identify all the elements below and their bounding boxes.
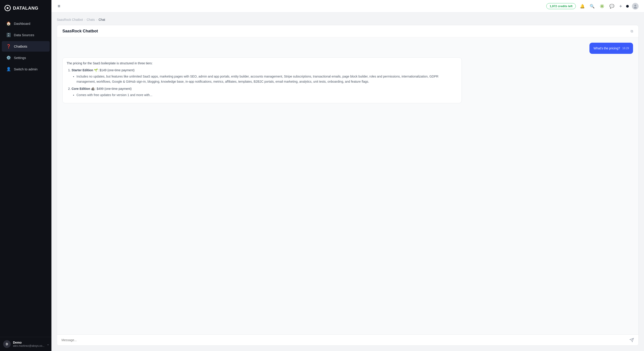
svg-point-0 bbox=[634, 5, 636, 6]
tier-starter-name: Starter Edition 🌱 bbox=[72, 68, 98, 72]
chat-input-area bbox=[57, 335, 638, 346]
pricing-tiers-list: Starter Edition 🌱: $149 (one-time paymen… bbox=[67, 68, 458, 98]
sidebar-item-data-sources[interactable]: 🗄️ Data Sources bbox=[2, 30, 50, 40]
chat-header: SaasRock Chatbot ⧉ bbox=[57, 25, 638, 37]
admin-icon: 👤 bbox=[6, 67, 11, 71]
chat-title: SaasRock Chatbot bbox=[62, 29, 98, 33]
credits-badge: 1,972 credits left bbox=[546, 3, 576, 9]
svg-point-1 bbox=[634, 7, 637, 8]
tier-core-details: Comes with free updates for version 1 an… bbox=[72, 92, 458, 97]
chevron-down-icon: ⌄ bbox=[47, 342, 50, 346]
external-link-icon[interactable]: ⧉ bbox=[630, 29, 633, 33]
database-icon: 🗄️ bbox=[6, 33, 11, 37]
topbar-right: 1,972 credits left 🔔 🔍 ✳️ 💬 + bbox=[546, 2, 639, 10]
sparkles-icon[interactable]: ✳️ bbox=[598, 3, 605, 9]
page-content: SaasRock Chatbot › Chats › Chat SaasRock… bbox=[52, 12, 644, 351]
tier-starter-details: Includes no updates, but features like u… bbox=[72, 74, 458, 84]
breadcrumb-saasrock[interactable]: SaasRock Chatbot bbox=[57, 18, 83, 21]
user-message-time: 16:29 bbox=[622, 46, 629, 50]
tier-core: Core Edition 🪨: $499 (one-time payment) … bbox=[72, 86, 458, 98]
breadcrumb-sep-2: › bbox=[96, 18, 97, 21]
sidebar-item-label: Data Sources bbox=[14, 33, 34, 37]
sidebar-item-chatbots[interactable]: ❓ Chatbots bbox=[2, 41, 50, 52]
bot-message-intro: The pricing for the SaaS boilerplate is … bbox=[67, 61, 458, 66]
chatbot-icon: ❓ bbox=[6, 44, 11, 49]
logo-icon bbox=[4, 5, 11, 11]
message-row: The pricing for the SaaS boilerplate is … bbox=[62, 57, 633, 103]
message-row: What's the pricing? 16:29 bbox=[62, 43, 633, 54]
sidebar-nav: 🏠 Dashboard 🗄️ Data Sources ❓ Chatbots ⚙… bbox=[0, 16, 52, 337]
tier-core-detail: Comes with free updates for version 1 an… bbox=[76, 92, 458, 97]
footer-name: Demo bbox=[13, 341, 44, 344]
chat-container: SaasRock Chatbot ⧉ What's the pricing? 1… bbox=[57, 25, 639, 346]
chat-icon[interactable]: 💬 bbox=[608, 3, 615, 9]
menu-icon[interactable]: ≡ bbox=[57, 3, 61, 9]
search-icon[interactable]: 🔍 bbox=[589, 3, 596, 9]
breadcrumb: SaasRock Chatbot › Chats › Chat bbox=[57, 18, 639, 21]
breadcrumb-chats[interactable]: Chats bbox=[86, 18, 95, 21]
main-content: ≡ 1,972 credits left 🔔 🔍 ✳️ 💬 + SaasRock… bbox=[52, 0, 644, 351]
sidebar-item-label: Chatbots bbox=[14, 44, 27, 48]
bot-message-bubble: The pricing for the SaaS boilerplate is … bbox=[62, 57, 462, 103]
sidebar-item-dashboard[interactable]: 🏠 Dashboard bbox=[2, 18, 50, 29]
sidebar-item-label: Switch to admin bbox=[14, 67, 38, 71]
user-avatar[interactable] bbox=[632, 3, 639, 9]
chat-input[interactable] bbox=[62, 338, 627, 342]
footer-email: alex.martinez@absys.co... bbox=[13, 344, 44, 348]
messages-area: What's the pricing? 16:29 The pricing fo… bbox=[57, 37, 638, 335]
home-icon: 🏠 bbox=[6, 21, 11, 26]
tier-starter-detail: Includes no updates, but features like u… bbox=[76, 74, 458, 84]
sidebar-logo: DATALANG bbox=[0, 0, 52, 16]
sidebar-item-switch-to-admin[interactable]: 👤 Switch to admin bbox=[2, 64, 50, 74]
user-message-bubble: What's the pricing? 16:29 bbox=[590, 43, 633, 54]
settings-icon: ⚙️ bbox=[6, 55, 11, 60]
breadcrumb-chat: Chat bbox=[98, 18, 105, 21]
sidebar-item-label: Dashboard bbox=[14, 22, 30, 25]
sidebar: DATALANG 🏠 Dashboard 🗄️ Data Sources ❓ C… bbox=[0, 0, 52, 351]
app-name: DATALANG bbox=[13, 5, 38, 11]
sidebar-item-settings[interactable]: ⚙️ Settings bbox=[2, 52, 50, 63]
bell-icon[interactable]: 🔔 bbox=[579, 3, 586, 9]
topbar-left: ≡ bbox=[57, 3, 544, 9]
bot-message-content: The pricing for the SaaS boilerplate is … bbox=[67, 61, 458, 97]
user-message-text: What's the pricing? bbox=[594, 46, 620, 51]
status-dot bbox=[626, 5, 629, 7]
sidebar-footer[interactable]: D Demo alex.martinez@absys.co... ⌄ bbox=[0, 337, 52, 351]
footer-info: Demo alex.martinez@absys.co... bbox=[13, 341, 44, 348]
plus-icon[interactable]: + bbox=[618, 2, 623, 10]
tier-core-name: Core Edition 🪨 bbox=[72, 87, 95, 90]
sidebar-item-label: Settings bbox=[14, 56, 26, 60]
send-button[interactable] bbox=[630, 338, 634, 342]
avatar: D bbox=[3, 340, 11, 348]
topbar: ≡ 1,972 credits left 🔔 🔍 ✳️ 💬 + bbox=[52, 0, 644, 12]
breadcrumb-sep-1: › bbox=[84, 18, 86, 21]
tier-starter: Starter Edition 🌱: $149 (one-time paymen… bbox=[72, 68, 458, 84]
